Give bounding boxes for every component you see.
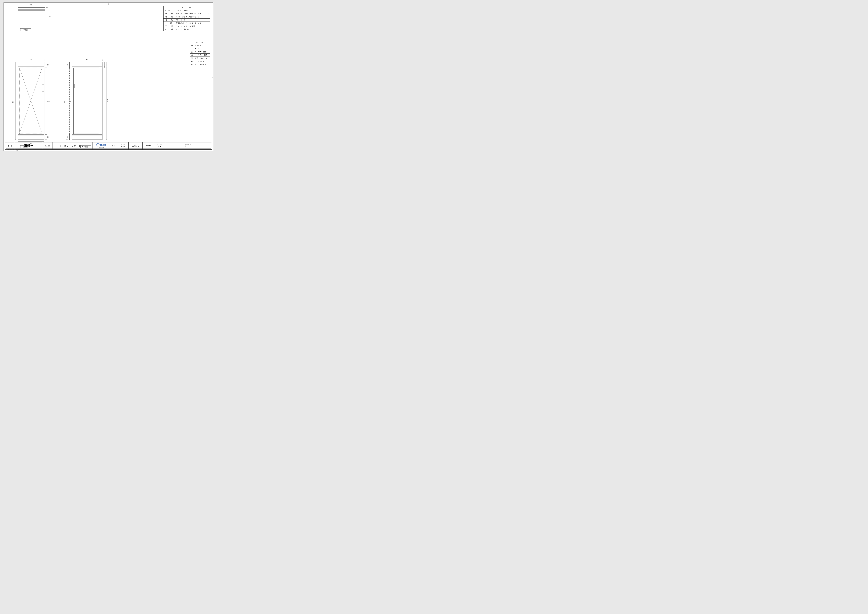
logo-sub: 株式会社 bbox=[99, 147, 104, 149]
spec-table-header: 仕 様 bbox=[164, 6, 210, 9]
color-bs-name: ブラックストーン bbox=[194, 57, 210, 60]
checked-cell: CHECKED bbox=[143, 142, 154, 149]
drawing-cell: DRAWING T．K bbox=[154, 142, 165, 149]
color-md-name: ダークグレイン bbox=[194, 63, 210, 66]
name-value: 調理台 bbox=[24, 144, 34, 148]
wand-cell: ワンド bbox=[110, 142, 117, 149]
title-bar: 名 称 調理台 図面名称 ＫＴＤ５－８０－１５Ｔ o onedo 株式会社 bbox=[5, 142, 212, 149]
color-pm-name: ペールグレイン bbox=[194, 60, 210, 63]
spec-row-back-value: MDF ２．５ｔ bbox=[175, 19, 210, 22]
wand-label: ワンド bbox=[112, 145, 115, 147]
logo-cell: o onedo 株式会社 bbox=[93, 142, 110, 149]
drawing-name-value: ＫＴＤ５－８０－１５Ｔ bbox=[59, 145, 86, 148]
nav-arrow-left[interactable]: ▶ bbox=[4, 76, 5, 78]
color-uw-code: UW bbox=[190, 50, 194, 54]
color-table: 扉 色 SW ホワイト LG 木 目 UW ｳﾙﾄﾗﾎﾜｲﾄ（艶有） WN ｳｨ… bbox=[190, 41, 210, 66]
scale-cell: SCALE 1/10 bbox=[117, 142, 129, 149]
name-label-cell: 名 称 bbox=[5, 142, 15, 149]
spec-table: 仕 様 ト ッ プ ステンレスSUS443CT 側 板 低圧メラミン化粧パーティ… bbox=[163, 6, 210, 31]
file-label: KTD5-80-15T-CAD_jw bbox=[5, 149, 19, 151]
spec-row-handle-value: アルミー文字把手 bbox=[175, 28, 210, 31]
sheet-value: 24 01 29 bbox=[184, 146, 192, 148]
drawing-name-label-cell: 図面名称 bbox=[43, 142, 53, 149]
sheet-cell: SHEET NO. 24 01 29 bbox=[165, 142, 212, 149]
scale-value: 1/10 bbox=[121, 146, 125, 148]
drawing-name-value-cell: ＫＴＤ５－８０－１５Ｔ bbox=[53, 142, 93, 149]
color-lg-code: LG bbox=[190, 47, 194, 50]
color-uw-name: ｳﾙﾄﾗﾎﾜｲﾄ（艶有） bbox=[194, 50, 210, 54]
color-wn-name: ｳｨﾝｸﾞ-ﾅｯﾄ（艶有） bbox=[194, 54, 210, 57]
spec-row-door-label: 扉 bbox=[164, 22, 175, 25]
spec-row-handle-label: 把 手 bbox=[164, 28, 175, 31]
logo-icon: o bbox=[96, 143, 99, 146]
sheet-label: SHEET NO. bbox=[185, 145, 192, 146]
color-wn-code: WN bbox=[190, 54, 194, 57]
spec-row-side-value: 低圧メラミン化粧パーティクルボード １２ｔ bbox=[175, 12, 210, 16]
checked-label: CHECKED bbox=[146, 145, 151, 147]
spec-row-back-label: 背 板 bbox=[164, 19, 175, 22]
spec-row-side-label: 側 板 bbox=[164, 12, 175, 16]
color-pm-code: PM bbox=[190, 60, 194, 63]
spec-row-hinge-label: 丁 番 bbox=[164, 25, 175, 28]
color-md-code: MD bbox=[190, 63, 194, 66]
data-label: DATA bbox=[134, 145, 137, 146]
logo-brand: o onedo bbox=[96, 143, 106, 146]
drawing-value: T．K bbox=[158, 146, 161, 148]
name-label: 名 称 bbox=[8, 145, 12, 147]
color-lg-name: 木 目 bbox=[194, 47, 210, 50]
scale-label: SCALE bbox=[121, 145, 124, 146]
data-value: 2023.05.01 bbox=[131, 146, 140, 148]
drawing-page: ▼ ▶ ◀ 150 550 平面図 bbox=[3, 2, 213, 151]
nav-arrow-right[interactable]: ◀ bbox=[212, 76, 213, 78]
spec-row-door-value: 両面化粧パーティクルボード １２ｔ bbox=[175, 22, 210, 25]
spec-row-hinge-value: ワンタッチスライド式丁番 bbox=[175, 25, 210, 28]
color-sw-name: ホワイト bbox=[194, 44, 210, 47]
spec-row-top-value: ステンレスSUS443CT bbox=[175, 9, 210, 12]
spec-row-base-label: 地 板 bbox=[164, 16, 175, 19]
data-cell: DATA 2023.05.01 bbox=[129, 142, 143, 149]
color-bs-code: BS bbox=[190, 57, 194, 60]
name-value-cell: 調理台 bbox=[15, 142, 43, 149]
svg-text:o: o bbox=[98, 144, 98, 146]
drawing-name-label: 図面名称 bbox=[45, 145, 50, 147]
color-table-header: 扉 色 bbox=[190, 41, 210, 44]
drawing-label: DRAWING bbox=[157, 145, 162, 146]
spec-row-top-label: ト ッ プ bbox=[164, 9, 175, 12]
spec-row-base-value: ステンレス貼り 片面フラッシュ bbox=[175, 16, 210, 19]
color-sw-code: SW bbox=[190, 44, 194, 47]
nav-arrow-top[interactable]: ▼ bbox=[108, 3, 109, 5]
